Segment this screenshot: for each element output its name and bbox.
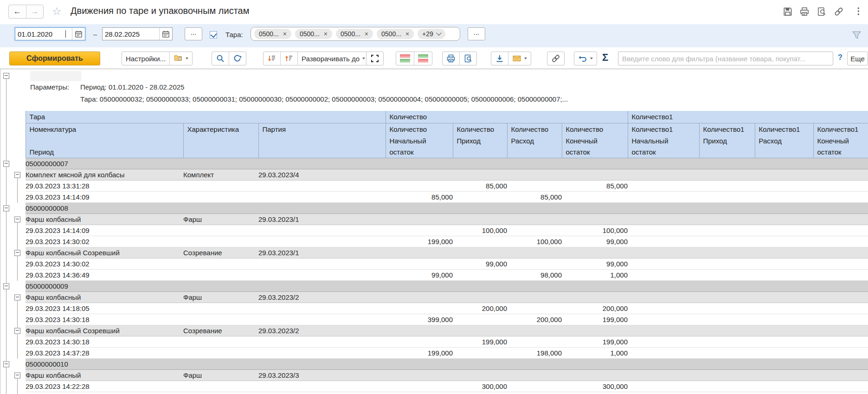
cell-qty-income[interactable]: 100,000: [453, 225, 507, 236]
appearance-red-green-button[interactable]: [396, 52, 414, 65]
cell-characteristic[interactable]: Созревание: [183, 247, 258, 258]
header-column[interactable]: КоличествоРасход: [507, 123, 562, 158]
cell-qty-income[interactable]: 199,000: [453, 336, 507, 348]
save-icon[interactable]: [783, 6, 793, 17]
settings-button[interactable]: Настройки...: [122, 52, 169, 65]
cell-tara-code[interactable]: 05000000007: [26, 158, 868, 169]
cell-qty-opening[interactable]: [386, 381, 453, 392]
cell-period-date[interactable]: 29.03.2023 14:37:28: [26, 348, 183, 359]
print-icon[interactable]: [799, 6, 810, 17]
cell-qty-income[interactable]: [453, 270, 507, 281]
cell-qty-opening[interactable]: 99,000: [386, 270, 453, 281]
cell-characteristic[interactable]: Фарш: [183, 292, 258, 303]
collapse-item-button[interactable]: [14, 250, 20, 256]
tara-tag[interactable]: 0500...×: [336, 29, 373, 39]
cell-nomenclature[interactable]: Фарш колбасный Созревший: [26, 325, 183, 336]
cell-nomenclature[interactable]: Комплект мясной для колбасы: [26, 169, 183, 181]
cell-tara-code[interactable]: 05000000010: [26, 359, 868, 370]
undo-button[interactable]: [574, 52, 597, 65]
cell-nomenclature[interactable]: Фарш колбасный: [26, 292, 183, 303]
date-to-input[interactable]: [103, 30, 159, 38]
cell-period-date[interactable]: 29.03.2023 14:30:18: [26, 336, 183, 348]
header-column[interactable]: Количество1Конечныйостаток: [813, 123, 868, 158]
cell-qty-income[interactable]: [453, 348, 507, 359]
cell-batch[interactable]: 29.03.2023/1: [258, 214, 386, 225]
cell-qty-income[interactable]: 85,000: [453, 181, 507, 192]
tara-tag[interactable]: 0500...×: [254, 29, 291, 39]
cell-qty-closing[interactable]: [562, 192, 628, 203]
preview-button[interactable]: [459, 52, 476, 65]
cell-qty-opening[interactable]: [386, 225, 453, 236]
cell-qty-expense[interactable]: 300,000: [507, 392, 562, 394]
cell-qty-income[interactable]: 300,000: [453, 381, 507, 392]
cell-qty-closing[interactable]: 99,000: [562, 236, 628, 247]
header-column[interactable]: Партия: [258, 123, 386, 158]
header-column[interactable]: Количество1Начальныйостаток: [628, 123, 699, 158]
cell-qty-opening[interactable]: 199,000: [386, 236, 453, 247]
cell-batch[interactable]: 29.03.2023/2: [258, 292, 386, 303]
header-group[interactable]: Количество: [386, 111, 628, 123]
search-button[interactable]: [212, 52, 229, 65]
collapse-group-button[interactable]: [3, 361, 9, 367]
cell-period-date[interactable]: 29.03.2023 13:31:28: [26, 181, 183, 192]
cell-qty-closing[interactable]: 1,000: [562, 270, 628, 281]
cell-nomenclature[interactable]: Фарш колбасный: [26, 214, 183, 225]
cell-characteristic[interactable]: Комплект: [183, 169, 258, 181]
cell-qty-closing[interactable]: 85,000: [562, 181, 628, 192]
cell-qty-expense[interactable]: 100,000: [507, 236, 562, 247]
cell-qty-closing[interactable]: 199,000: [562, 336, 628, 348]
help-link[interactable]: ?: [838, 53, 842, 62]
cell-qty-closing[interactable]: 200,000: [562, 303, 628, 314]
cell-qty-expense[interactable]: [507, 225, 562, 236]
header-group[interactable]: Количество1: [628, 111, 868, 123]
forward-button[interactable]: →: [26, 5, 44, 18]
expand-all-button[interactable]: [280, 52, 297, 65]
cell-qty-opening[interactable]: [386, 303, 453, 314]
cell-period-date[interactable]: 29.03.2023 14:30:18: [26, 314, 183, 325]
cell-characteristic[interactable]: Фарш: [183, 370, 258, 381]
collapse-item-button[interactable]: [14, 294, 20, 300]
header-column[interactable]: НоменклатураПериод: [26, 123, 183, 158]
header-column[interactable]: Количество1Расход: [755, 123, 813, 158]
collapse-group-button[interactable]: [3, 283, 9, 289]
tara-filter-checkbox[interactable]: [210, 31, 217, 39]
send-email-button[interactable]: [508, 52, 531, 65]
cell-period-date[interactable]: 29.03.2023 14:30:30: [26, 392, 183, 394]
search-next-button[interactable]: [229, 52, 246, 65]
cell-batch[interactable]: 29.03.2023/4: [258, 169, 386, 181]
cell-qty-expense[interactable]: [507, 258, 562, 270]
report-link-button[interactable]: [547, 52, 564, 65]
filter-funnel-icon[interactable]: [851, 30, 862, 40]
cell-characteristic[interactable]: Созревание: [183, 325, 258, 336]
cell-period-date[interactable]: 29.03.2023 14:14:09: [26, 225, 183, 236]
cell-qty-expense[interactable]: [507, 381, 562, 392]
back-button[interactable]: ←: [9, 5, 26, 18]
cell-qty-income[interactable]: [453, 236, 507, 247]
date-from-input[interactable]: [15, 30, 72, 38]
collapse-all-button[interactable]: [264, 52, 280, 65]
more-menu-icon[interactable]: ⋮: [854, 6, 863, 16]
cell-period-date[interactable]: 29.03.2023 14:30:02: [26, 258, 183, 270]
cell-period-date[interactable]: 29.03.2023 14:14:09: [26, 192, 183, 203]
remove-tag-icon[interactable]: ×: [405, 30, 409, 38]
expand-to-button[interactable]: Разворачивать до: [297, 52, 369, 65]
cell-tara-code[interactable]: 05000000009: [26, 281, 868, 292]
cell-qty-income[interactable]: [453, 392, 507, 394]
cell-qty-closing[interactable]: 100,000: [562, 225, 628, 236]
get-link-icon[interactable]: [834, 6, 844, 17]
calendar-icon[interactable]: [72, 28, 85, 40]
report-variants-button[interactable]: [169, 52, 192, 65]
period-options-button[interactable]: ...: [185, 27, 202, 40]
collapse-item-button[interactable]: [14, 216, 20, 222]
quick-filter-input[interactable]: [618, 55, 833, 63]
appearance-green-red-button[interactable]: [414, 52, 432, 65]
tara-tag[interactable]: 0500...×: [295, 29, 332, 39]
date-to-field[interactable]: [102, 27, 173, 40]
remove-tag-icon[interactable]: ×: [365, 30, 368, 38]
cell-qty-expense[interactable]: 98,000: [507, 270, 562, 281]
header-group[interactable]: Тара: [26, 111, 386, 123]
collapse-group-button[interactable]: [3, 161, 9, 167]
collapse-item-button[interactable]: [14, 372, 20, 378]
cell-qty-expense[interactable]: [507, 181, 562, 192]
collapse-group-button[interactable]: [3, 205, 9, 211]
